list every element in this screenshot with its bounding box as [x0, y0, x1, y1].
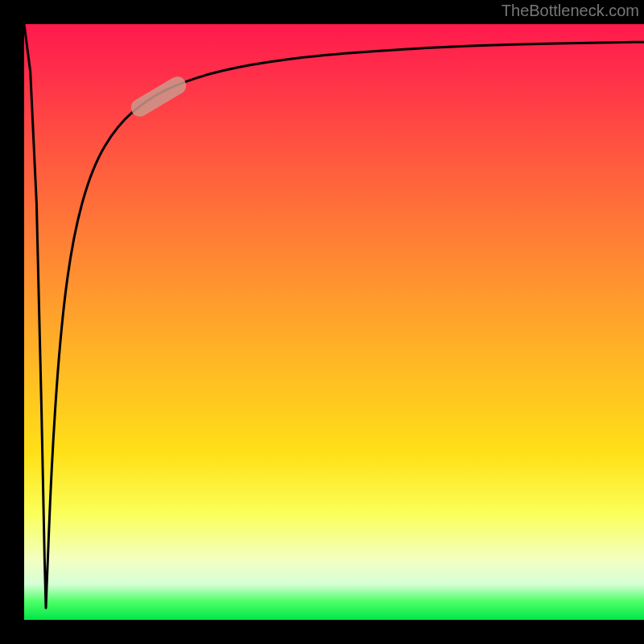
chart-curve-svg — [24, 24, 644, 620]
attribution-text: TheBottleneck.com — [502, 2, 639, 20]
chart-curve-path — [24, 24, 644, 608]
chart-plot-area — [24, 24, 644, 620]
